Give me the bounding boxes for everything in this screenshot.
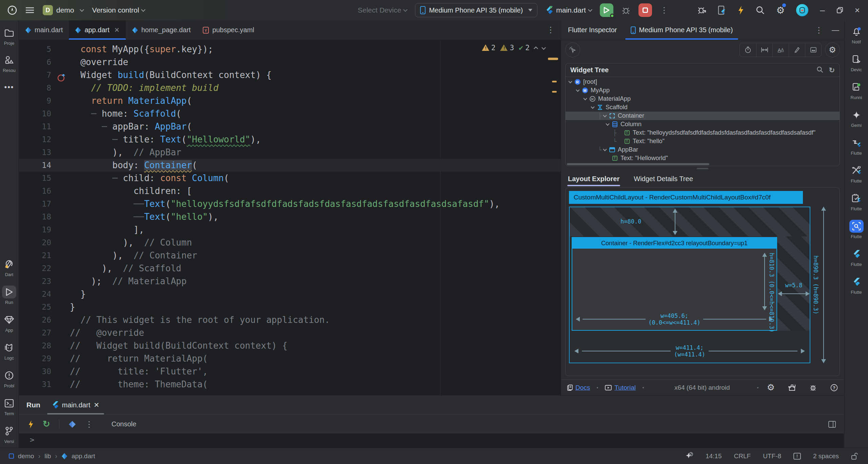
line-number[interactable]: 12: [19, 133, 51, 146]
code-line-22[interactable]: ), // Scaffold: [70, 262, 500, 275]
tree-node-myapp[interactable]: MMyApp: [566, 86, 840, 95]
editor-tab-pubspec-yaml[interactable]: Ypubspec.yaml: [197, 20, 260, 40]
line-number[interactable]: 17: [19, 197, 51, 210]
sidebar-item-flutte[interactable]: Flutte: [845, 164, 868, 183]
select-device-label[interactable]: Select Device: [358, 6, 407, 14]
text-scale-icon[interactable]: AA: [772, 43, 789, 57]
console-label[interactable]: Console: [112, 420, 136, 428]
avatar[interactable]: [796, 4, 808, 16]
chevron-down-icon[interactable]: [591, 105, 594, 109]
previous-issue-icon[interactable]: [534, 46, 538, 51]
close-icon[interactable]: ✕: [114, 26, 120, 34]
breadcrumb-item[interactable]: app.dart: [72, 452, 95, 460]
code-line-15[interactable]: ─ child: const Column(: [70, 172, 500, 185]
ai-assistant-disabled-icon[interactable]: [685, 452, 693, 460]
run-configuration-selector[interactable]: main.dart: [546, 6, 592, 15]
hot-restart-icon[interactable]: ↻: [43, 419, 50, 429]
chevron-down-icon[interactable]: [603, 113, 607, 117]
line-number[interactable]: 7: [19, 69, 51, 81]
code-line-20[interactable]: ), // Column: [70, 236, 500, 249]
sidebar-item-notif[interactable]: Notif: [845, 25, 868, 44]
code-line-14[interactable]: body: Container(: [70, 159, 500, 172]
code-line-19[interactable]: ],: [70, 223, 500, 236]
panel-options-icon[interactable]: ⋮: [815, 25, 823, 35]
sidebar-item-devic[interactable]: Devic: [845, 53, 868, 72]
sidebar-item-dart[interactable]: Dart: [0, 258, 18, 277]
code-line-9[interactable]: return MaterialApp(: [70, 94, 500, 107]
code-line-23[interactable]: ); // MaterialApp: [70, 275, 500, 288]
line-number[interactable]: 25: [19, 301, 51, 313]
tree-node-column[interactable]: Column: [566, 120, 840, 129]
sidebar-item-app[interactable]: App: [0, 313, 18, 333]
sidebar-item-versi[interactable]: Versi: [0, 425, 18, 444]
line-number[interactable]: 5: [19, 43, 51, 56]
sidebar-item-flutte[interactable]: Flutte: [845, 192, 868, 211]
line-number[interactable]: 31: [19, 378, 51, 391]
tree-node-materialapp[interactable]: MMaterialApp: [566, 95, 840, 103]
minimize-button[interactable]: –: [820, 5, 825, 16]
code-line-10[interactable]: ─ home: Scaffold(: [70, 107, 500, 120]
scrollbar-warning-mark[interactable]: [552, 81, 557, 82]
run-button[interactable]: [600, 3, 613, 17]
devtools-settings-icon[interactable]: ⚙: [767, 382, 775, 393]
code-lines[interactable]: const MyApp({super.key}); @override Widg…: [70, 43, 500, 391]
breadcrumb-item[interactable]: lib: [44, 452, 51, 460]
dart-vm-icon[interactable]: [68, 420, 76, 428]
code-editor[interactable]: 2 3 ✔ 2: [19, 40, 561, 395]
editor-gutter[interactable]: 5678910111213141516171819202122232425262…: [19, 43, 51, 391]
panel-splitter[interactable]: [561, 166, 844, 171]
editor-tab-home_page-dart[interactable]: home_page.dart: [126, 20, 197, 40]
code-line-26[interactable]: // This widget is the root of your appli…: [70, 313, 500, 326]
line-number[interactable]: 29: [19, 352, 51, 365]
slow-animations-icon[interactable]: [756, 43, 772, 57]
tree-node-appbar[interactable]: └AppBar: [566, 146, 840, 154]
cursor-position[interactable]: 14:15: [706, 452, 722, 460]
line-number[interactable]: 21: [19, 249, 51, 262]
sidebar-item-flutte[interactable]: Flutte: [845, 248, 868, 267]
tutorial-link[interactable]: Tutorial: [605, 384, 636, 391]
breadcrumb[interactable]: demo›lib›app.dart: [0, 452, 95, 460]
line-number[interactable]: 19: [19, 223, 51, 236]
sidebar-item-proje[interactable]: Proje: [0, 26, 18, 46]
sidebar-item-flutte[interactable]: Flutte: [845, 220, 868, 239]
code-line-27[interactable]: // @override: [70, 326, 500, 339]
tree-search-icon[interactable]: [816, 66, 823, 74]
tree-node-scaffold[interactable]: Scaffold: [566, 103, 840, 112]
line-number[interactable]: 23: [19, 275, 51, 288]
console-options-icon[interactable]: ⋮: [85, 420, 93, 429]
unlock-icon[interactable]: [851, 452, 858, 460]
line-number[interactable]: 15: [19, 172, 51, 185]
layout-settings-icon[interactable]: [828, 421, 836, 428]
line-number[interactable]: 18: [19, 210, 51, 223]
code-line-30[interactable]: // title: 'Flutter',: [70, 365, 500, 378]
code-line-17[interactable]: ──Text("helloyydsfsdfafsdfdfadsfadsfdasf…: [70, 197, 500, 210]
sidebar-item-resou[interactable]: Resou: [0, 54, 18, 73]
console-output[interactable]: >: [19, 433, 844, 448]
line-number[interactable]: 27: [19, 326, 51, 339]
code-line-11[interactable]: ─ appBar: AppBar(: [70, 120, 500, 133]
code-line-5[interactable]: const MyApp({super.key});: [70, 43, 500, 56]
vcs-widget[interactable]: Version control: [92, 6, 145, 14]
line-ending[interactable]: CRLF: [734, 452, 751, 460]
report-bug-icon[interactable]: [809, 384, 817, 391]
tab-layout-explorer[interactable]: Layout Explorer: [567, 172, 620, 186]
docs-link[interactable]: Docs: [567, 384, 590, 391]
tab-flutter-inspector[interactable]: Flutter Inspector: [561, 20, 624, 40]
chevron-down-icon[interactable]: [576, 88, 579, 92]
performance-overlay-icon[interactable]: [740, 43, 756, 57]
extensions-icon[interactable]: [788, 384, 796, 391]
outer-widget-label[interactable]: CustomMultiChildLayout - RenderCustomMul…: [569, 191, 803, 204]
more-actions-icon[interactable]: ⋮: [660, 5, 668, 15]
sidebar-item-flutte[interactable]: Flutte: [845, 136, 868, 156]
indent-setting[interactable]: 2 spaces: [813, 452, 839, 460]
hide-panel-icon[interactable]: —: [832, 26, 839, 35]
restore-button[interactable]: [836, 7, 843, 14]
sidebar-item-flutte[interactable]: Flutte: [845, 275, 868, 295]
analysis-status-icon[interactable]: !: [793, 453, 801, 460]
code-line-8[interactable]: // TODO: implement build: [70, 81, 500, 94]
chevron-down-icon[interactable]: [603, 147, 607, 151]
attach-debugger-icon[interactable]: [697, 6, 706, 15]
project-selector[interactable]: D demo: [43, 5, 83, 15]
warning-count-weak[interactable]: 3: [500, 44, 514, 52]
chevron-down-icon[interactable]: [568, 79, 572, 83]
